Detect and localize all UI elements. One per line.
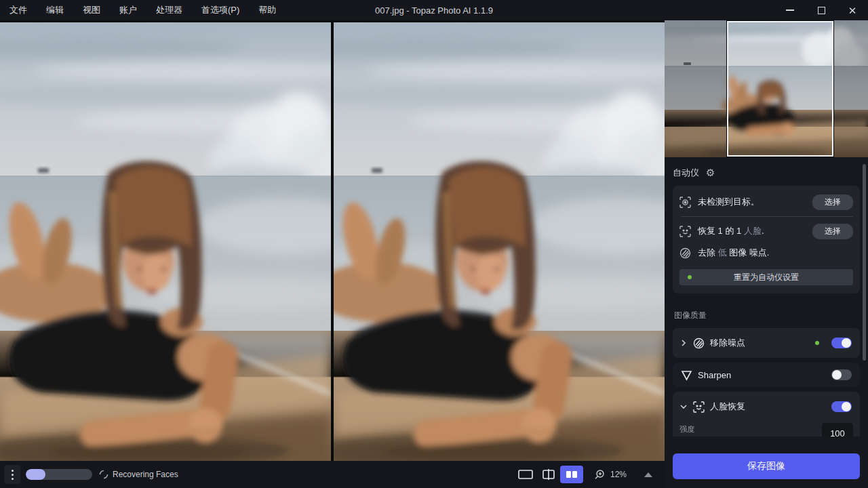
sharpen-icon (681, 369, 692, 381)
menu-account[interactable]: 账户 (110, 0, 146, 20)
denoise-label: 移除噪点 (710, 337, 810, 349)
sharpen-card: Sharpen (673, 363, 860, 387)
subject-detect-row: 未检测到目标。 选择 (679, 194, 853, 210)
autopilot-status-dot (688, 275, 692, 279)
denoise-card: 移除噪点 (673, 328, 860, 358)
side-by-side-view-icon (566, 470, 578, 479)
subject-detect-text: 未检测到目标。 (698, 196, 806, 208)
face-recovery-card: 人脸恢复 强度 1人脸选择 (673, 392, 860, 436)
status-bar: Recovering Faces 12% (0, 461, 665, 488)
face-select-button[interactable]: 选择 (812, 224, 853, 239)
maximize-button[interactable] (806, 0, 837, 20)
spinner-icon (99, 470, 108, 479)
divider (681, 216, 853, 217)
chevron-right-icon[interactable] (679, 339, 688, 347)
minimize-button[interactable] (774, 0, 806, 20)
side-by-side-view-button[interactable] (560, 466, 583, 483)
face-detect-text: 恢复 1 的 1 人脸. (698, 225, 806, 237)
single-view-button[interactable] (514, 466, 537, 483)
close-button[interactable]: ✕ (837, 0, 868, 20)
gear-icon[interactable]: ⚙ (706, 167, 715, 179)
navigator-dim-right (833, 20, 868, 157)
split-view-icon (542, 469, 555, 480)
zoom-control[interactable]: 12% (594, 469, 652, 480)
after-image-pane[interactable] (334, 22, 665, 461)
sharpen-toggle[interactable] (831, 369, 852, 380)
sharpen-label: Sharpen (698, 370, 826, 380)
single-view-icon (518, 470, 533, 479)
face-detect-row: 恢复 1 的 1 人脸. 选择 (679, 223, 853, 239)
noise-level-link[interactable]: 低 (718, 247, 727, 258)
toggle-knob (832, 370, 842, 380)
before-image-pane[interactable] (0, 22, 331, 461)
window-title: 007.jpg - Topaz Photo AI 1.1.9 (375, 5, 493, 16)
subject-detect-icon (679, 197, 691, 208)
panel-scrollbar[interactable] (863, 164, 866, 361)
face-target-link[interactable]: 人脸 (744, 226, 762, 236)
noise-icon (679, 247, 691, 259)
image-quality-section-title: 图像质量 (674, 310, 860, 321)
subject-select-button[interactable]: 选择 (812, 195, 853, 210)
menu-file[interactable]: 文件 (0, 0, 37, 20)
menu-preferences[interactable]: 首选项(P) (192, 0, 249, 20)
reset-autopilot-button[interactable]: 重置为自动仪设置 (679, 269, 853, 285)
denoise-toggle[interactable] (831, 338, 852, 348)
denoise-header[interactable]: 移除噪点 (673, 328, 860, 358)
image-viewer (0, 20, 665, 461)
maximize-icon (818, 7, 825, 14)
strength-value-input[interactable] (822, 423, 853, 436)
face-recovery-toggle[interactable] (831, 401, 852, 412)
menu-edit[interactable]: 编辑 (37, 0, 73, 20)
status-text: Recovering Faces (113, 470, 178, 479)
toggle-knob (842, 338, 851, 348)
strength-label: 强度 (679, 424, 814, 434)
minimize-icon (786, 9, 794, 11)
autopilot-status-card: 未检测到目标。 选择 恢复 1 的 1 人脸. 选择 去除 低 图像 噪点. (673, 186, 860, 293)
zoom-in-icon[interactable] (594, 469, 605, 480)
settings-scroll-area: 自动仪 ⚙ 未检测到目标。 选择 恢复 1 的 1 人脸. 选择 (665, 157, 868, 436)
toggle-knob (842, 402, 851, 411)
autopilot-title: 自动仪 (673, 167, 699, 179)
zoom-menu-triangle-icon[interactable] (644, 472, 652, 477)
progress-bar (26, 469, 92, 480)
menu-processor[interactable]: 处理器 (146, 0, 192, 20)
navigator-dim-left (665, 20, 727, 157)
zoom-level-value[interactable]: 12% (610, 470, 629, 479)
face-recovery-header[interactable]: 人脸恢复 (673, 392, 860, 422)
sharpen-header[interactable]: Sharpen (673, 363, 860, 387)
denoise-status-dot (815, 341, 819, 345)
progress-fill (26, 469, 45, 480)
denoise-icon (693, 338, 705, 349)
menu-view[interactable]: 视图 (73, 0, 110, 20)
split-view-button[interactable] (537, 466, 560, 483)
noise-detect-text: 去除 低 图像 噪点. (698, 247, 853, 259)
noise-detect-row: 去除 低 图像 噪点. (679, 245, 853, 261)
chevron-down-icon[interactable] (679, 403, 688, 411)
navigator-thumbnail[interactable] (665, 20, 868, 157)
close-icon: ✕ (848, 5, 857, 16)
face-detect-icon (679, 226, 691, 237)
face-recovery-label: 人脸恢复 (710, 401, 826, 413)
navigator-viewport-rect[interactable] (727, 21, 833, 157)
titlebar: 文件 编辑 视图 账户 处理器 首选项(P) 帮助 007.jpg - Topa… (0, 0, 868, 20)
kebab-menu-button[interactable] (4, 465, 20, 484)
save-image-button[interactable]: 保存图像 (673, 453, 860, 479)
right-panel: 自动仪 ⚙ 未检测到目标。 选择 恢复 1 的 1 人脸. 选择 (665, 20, 868, 488)
save-area: 保存图像 (665, 450, 868, 488)
menu-help[interactable]: 帮助 (249, 0, 285, 20)
face-recovery-icon (693, 401, 705, 413)
